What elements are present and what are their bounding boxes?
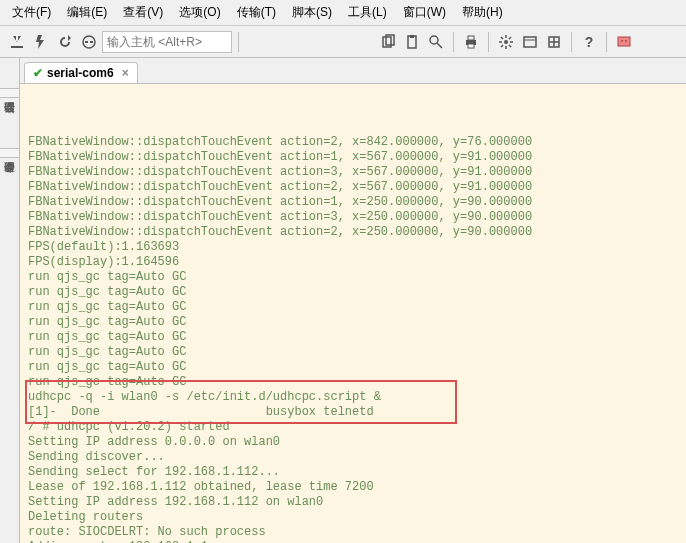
terminal-line: / # udhcpc (v1.20.2) started	[28, 420, 678, 435]
terminal-line: Sending select for 192.168.1.112...	[28, 465, 678, 480]
disconnect-icon[interactable]	[78, 31, 100, 53]
terminal-output[interactable]: FBNativeWindow::dispatchTouchEvent actio…	[20, 84, 686, 543]
separator	[606, 32, 607, 52]
terminal-line: run qjs_gc tag=Auto GC	[28, 300, 678, 315]
svg-point-9	[504, 40, 508, 44]
tab-serial-com6[interactable]: ✔ serial-com6 ×	[24, 62, 138, 83]
main-area: 会话管理器 命令管理器 ✔ serial-com6 × FBNativeWind…	[0, 58, 686, 543]
separator	[238, 32, 239, 52]
menu-script[interactable]: 脚本(S)	[284, 2, 340, 23]
session-manager-tab[interactable]: 会话管理器	[0, 88, 20, 98]
help-icon[interactable]: ?	[578, 31, 600, 53]
terminal-line: FBNativeWindow::dispatchTouchEvent actio…	[28, 210, 678, 225]
menu-options[interactable]: 选项(O)	[171, 2, 228, 23]
svg-point-13	[621, 40, 623, 42]
terminal-line: run qjs_gc tag=Auto GC	[28, 270, 678, 285]
terminal-line: FBNativeWindow::dispatchTouchEvent actio…	[28, 225, 678, 240]
svg-point-14	[625, 40, 627, 42]
host-input[interactable]	[102, 31, 232, 53]
svg-rect-4	[410, 35, 414, 38]
terminal-line: udhcpc -q -i wlan0 -s /etc/init.d/udhcpc…	[28, 390, 678, 405]
feedback-icon[interactable]	[613, 31, 635, 53]
terminal-line: FBNativeWindow::dispatchTouchEvent actio…	[28, 195, 678, 210]
menu-window[interactable]: 窗口(W)	[395, 2, 454, 23]
terminal-line: Deleting routers	[28, 510, 678, 525]
menu-help[interactable]: 帮助(H)	[454, 2, 511, 23]
command-manager-tab[interactable]: 命令管理器	[0, 148, 20, 158]
terminal-line: run qjs_gc tag=Auto GC	[28, 330, 678, 345]
sidebar: 会话管理器 命令管理器	[0, 58, 20, 543]
menu-file[interactable]: 文件(F)	[4, 2, 59, 23]
session-options-icon[interactable]	[519, 31, 541, 53]
tab-title: serial-com6	[47, 66, 114, 80]
terminal-line: run qjs_gc tag=Auto GC	[28, 285, 678, 300]
svg-point-0	[83, 36, 95, 48]
svg-point-5	[430, 36, 438, 44]
terminal-line: run qjs_gc tag=Auto GC	[28, 315, 678, 330]
terminal-line: Setting IP address 0.0.0.0 on wlan0	[28, 435, 678, 450]
terminal-line: Lease of 192.168.1.112 obtained, lease t…	[28, 480, 678, 495]
svg-text:?: ?	[585, 34, 594, 50]
terminal-line: FBNativeWindow::dispatchTouchEvent actio…	[28, 150, 678, 165]
svg-rect-8	[468, 44, 474, 48]
reconnect-icon[interactable]	[54, 31, 76, 53]
terminal-line: Setting IP address 192.168.1.112 on wlan…	[28, 495, 678, 510]
terminal-line: FPS(display):1.164596	[28, 255, 678, 270]
menubar: 文件(F)编辑(E)查看(V)选项(O)传输(T)脚本(S)工具(L)窗口(W)…	[0, 0, 686, 26]
separator	[488, 32, 489, 52]
tab-bar: ✔ serial-com6 ×	[20, 58, 686, 84]
toolbar: ?	[0, 26, 686, 58]
terminal-line: run qjs_gc tag=Auto GC	[28, 345, 678, 360]
copy-icon[interactable]	[377, 31, 399, 53]
paste-icon[interactable]	[401, 31, 423, 53]
terminal-line: run qjs_gc tag=Auto GC	[28, 360, 678, 375]
menu-transfer[interactable]: 传输(T)	[229, 2, 284, 23]
terminal-line: Sending discover...	[28, 450, 678, 465]
menu-tools[interactable]: 工具(L)	[340, 2, 395, 23]
separator	[453, 32, 454, 52]
svg-rect-12	[618, 37, 630, 46]
terminal-line: run qjs_gc tag=Auto GC	[28, 375, 678, 390]
menu-view[interactable]: 查看(V)	[115, 2, 171, 23]
terminal-line: [1]- Done busybox telnetd	[28, 405, 678, 420]
content: ✔ serial-com6 × FBNativeWindow::dispatch…	[20, 58, 686, 543]
close-icon[interactable]: ×	[122, 66, 129, 80]
terminal-line: FPS(default):1.163693	[28, 240, 678, 255]
svg-rect-10	[524, 37, 536, 47]
find-icon[interactable]	[425, 31, 447, 53]
menu-edit[interactable]: 编辑(E)	[59, 2, 115, 23]
terminal-line: FBNativeWindow::dispatchTouchEvent actio…	[28, 180, 678, 195]
print-icon[interactable]	[460, 31, 482, 53]
connect-icon[interactable]	[6, 31, 28, 53]
settings-icon[interactable]	[495, 31, 517, 53]
quick-connect-icon[interactable]	[30, 31, 52, 53]
terminal-line: FBNativeWindow::dispatchTouchEvent actio…	[28, 135, 678, 150]
svg-rect-7	[468, 36, 474, 40]
terminal-line: route: SIOCDELRT: No such process	[28, 525, 678, 540]
toggle-icon[interactable]	[543, 31, 565, 53]
terminal-line: FBNativeWindow::dispatchTouchEvent actio…	[28, 165, 678, 180]
separator	[571, 32, 572, 52]
check-icon: ✔	[33, 66, 43, 80]
